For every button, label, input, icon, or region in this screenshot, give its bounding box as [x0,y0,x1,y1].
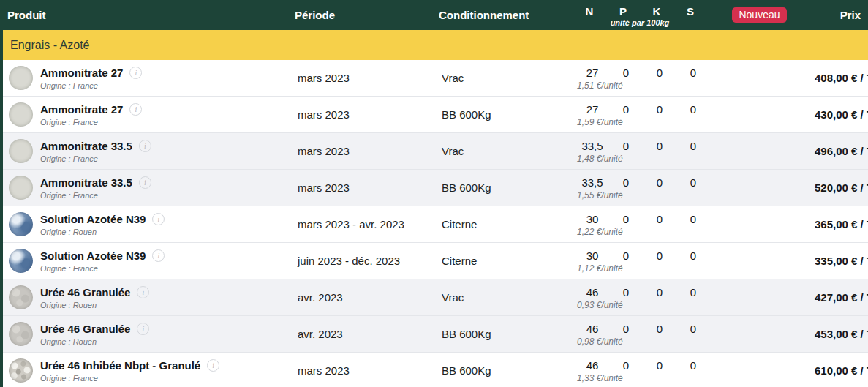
s-value: 0 [676,359,710,372]
s-value: 0 [676,103,710,116]
unit-price: 1,55 €/unité [575,190,710,200]
npks-cell: 46 0 0 0 0,98 €/unité [575,321,710,347]
info-icon[interactable]: i [207,359,219,372]
npks-cell: 46 0 0 0 0,93 €/unité [575,285,710,310]
unit-price: 1,48 €/unité [575,154,710,164]
column-header-period: Période [295,9,439,21]
k-value: 0 [643,67,676,79]
new-badge: Nouveau [732,7,786,23]
n-value: 46 [575,359,609,372]
p-value: 0 [609,103,643,116]
s-value: 0 [676,176,710,189]
product-cell: Solution Azotée N39 i Origine : France [3,249,298,273]
product-origin: Origine : France [40,154,151,163]
s-value: 0 [676,213,710,225]
packaging-value: BB 600Kg [442,364,575,377]
s-value: 0 [676,67,710,79]
k-value: 0 [643,323,676,335]
column-header-k: K [640,5,673,18]
info-icon[interactable]: i [152,213,165,225]
price-value: 520,00 € / T [815,181,868,194]
n-value: 27 [575,103,609,116]
price-value: 335,00 € / T [815,255,868,267]
n-value: 30 [575,213,609,225]
product-thumbnail [9,212,33,236]
period-value: mars 2023 [298,181,442,194]
product-thumbnail [9,139,33,163]
product-origin: Origine : Rouen [40,337,149,346]
info-icon[interactable]: i [129,67,142,79]
packaging-value: Citerne [442,218,575,230]
product-name: Solution Azotée N39 [40,213,146,225]
column-header-npks-group: N P K S unité par 100kg [573,0,707,30]
product-name: Urée 46 Granulée [40,323,130,335]
info-icon[interactable]: i [129,103,142,116]
table-row[interactable]: Urée 46 Granulée i Origine : Rouen avr. … [3,279,868,316]
unit-price: 1,59 €/unité [575,117,710,127]
period-value: mars 2023 [298,72,442,84]
n-value: 33,5 [575,176,609,189]
info-icon[interactable]: i [137,286,149,298]
unit-price: 0,98 €/unité [575,337,710,347]
price-value: 496,00 € / T [815,145,868,157]
period-value: avr. 2023 [298,291,442,304]
product-name: Solution Azotée N39 [40,249,146,262]
category-banner: Engrais - Azoté [0,30,868,60]
unit-price: 1,12 €/unité [575,263,710,274]
p-value: 0 [609,249,643,262]
column-header-n: N [573,5,606,18]
unit-price: 1,51 €/unité [575,80,710,91]
k-value: 0 [643,140,676,152]
k-value: 0 [643,249,676,262]
period-value: mars 2023 [298,108,442,121]
packaging-value: Citerne [442,255,575,267]
info-icon[interactable]: i [139,140,151,152]
packaging-value: BB 600Kg [442,108,575,121]
product-cell: Urée 46 Granulée i Origine : Rouen [3,285,298,309]
column-header-packaging: Conditionnement [439,9,573,21]
table-row[interactable]: Ammonitrate 27 i Origine : France mars 2… [3,60,868,97]
product-origin: Origine : France [40,191,151,200]
product-name: Urée 46 Granulée [40,286,130,298]
product-thumbnail [9,249,33,273]
product-thumbnail [9,358,33,383]
product-name: Urée 46 Inhibée Nbpt - Granulé [40,359,200,372]
s-value: 0 [676,323,710,335]
table-row[interactable]: Urée 46 Inhibée Nbpt - Granulé i Origine… [3,353,868,387]
npks-unit-subtitle: unité par 100kg [573,18,707,27]
column-header-price: Prix [812,9,868,21]
table-row[interactable]: Ammonitrate 33.5 i Origine : France mars… [3,133,868,170]
p-value: 0 [609,323,643,335]
s-value: 0 [676,140,710,152]
table-row[interactable]: Solution Azotée N39 i Origine : France j… [3,243,868,279]
k-value: 0 [643,359,676,372]
product-origin: Origine : France [40,264,165,273]
p-value: 0 [609,213,643,225]
product-thumbnail [9,176,33,200]
info-icon[interactable]: i [139,176,151,189]
table-row[interactable]: Solution Azotée N39 i Origine : Rouen ma… [3,206,868,243]
column-header-s: S [673,5,707,18]
packaging-value: BB 600Kg [442,181,575,194]
table-row[interactable]: Ammonitrate 27 i Origine : France mars 2… [3,97,868,133]
product-thumbnail [9,102,33,127]
price-table: Produit Période Conditionnement N P K S … [0,0,868,387]
product-cell: Ammonitrate 33.5 i Origine : France [3,176,298,200]
product-cell: Ammonitrate 27 i Origine : France [3,102,298,127]
table-row[interactable]: Ammonitrate 33.5 i Origine : France mars… [3,170,868,206]
unit-price: 1,33 €/unité [575,373,710,383]
info-icon[interactable]: i [152,249,165,262]
product-name: Ammonitrate 27 [40,67,123,79]
unit-price: 1,22 €/unité [575,227,710,237]
product-name: Ammonitrate 27 [40,103,123,116]
product-cell: Ammonitrate 27 i Origine : France [3,66,298,90]
table-row[interactable]: Urée 46 Granulée i Origine : Rouen avr. … [3,316,868,353]
npks-cell: 33,5 0 0 0 1,55 €/unité [575,175,710,200]
price-value: 453,00 € / T [815,328,868,340]
product-cell: Ammonitrate 33.5 i Origine : France [3,139,298,163]
period-value: avr. 2023 [298,328,442,340]
info-icon[interactable]: i [137,323,149,335]
product-thumbnail [9,285,33,309]
p-value: 0 [609,359,643,372]
s-value: 0 [676,286,710,298]
